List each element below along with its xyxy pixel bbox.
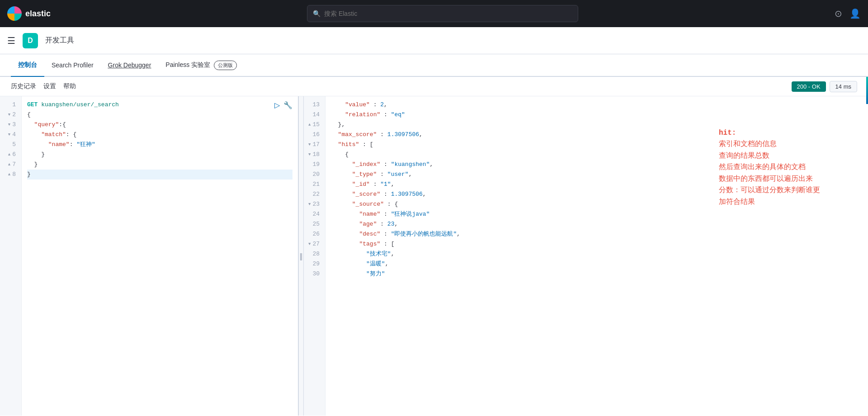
fold-arrow-r27[interactable]: ▼ (308, 239, 311, 249)
code-path: kuangshen/user/_search (41, 100, 119, 110)
fold-arrow-2[interactable]: ▼ (8, 110, 10, 120)
rcode-17: "hits" : [ (331, 140, 863, 150)
panel-divider[interactable]: ‖ (298, 96, 304, 416)
line-number: 29 (312, 259, 320, 269)
toolbar: 历史记录 设置 帮助 200 - OK 14 ms (0, 77, 868, 96)
rln-26: 26 (304, 229, 325, 239)
line-num-7: ▲7 (0, 160, 21, 170)
line-number: 20 (312, 170, 320, 180)
line-num-6: ▲6 (0, 150, 21, 160)
tab-grok-debugger-label: Grok Debugger (108, 61, 151, 69)
rln-28: 28 (304, 249, 325, 259)
elastic-logo[interactable]: elastic (7, 6, 51, 21)
code-line-3: "query":{ (27, 120, 292, 130)
rln-20: 20 (304, 170, 325, 180)
line-number: 27 (312, 239, 320, 249)
rcode-30: "努力" (331, 269, 863, 279)
line-number: 13 (312, 100, 320, 110)
rln-13: 13 (304, 100, 325, 110)
line-num-2: ▼2 (0, 110, 21, 120)
rln-17: ▼17 (304, 140, 325, 150)
rcode-24: "name" : "狂神说java" (331, 209, 863, 219)
elastic-logo-text: elastic (25, 9, 51, 19)
rln-23: ▼23 (304, 199, 325, 209)
fold-arrow-4[interactable]: ▼ (8, 130, 10, 140)
rcode-28: "技术宅", (331, 249, 863, 259)
tab-painless[interactable]: Painless 实验室 公测版 (158, 54, 244, 77)
code-editor[interactable]: 1 ▼2 ▼3 ▼4 5 ▲6 ▲7 ▲8 GET kuangshen/user… (0, 96, 298, 416)
tab-bar: 控制台 Search Profiler Grok Debugger Painle… (0, 54, 868, 77)
rcode-29: "温暖", (331, 259, 863, 269)
code-content[interactable]: GET kuangshen/user/_search { "query":{ "… (22, 96, 298, 416)
rcode-19: "_index" : "kuangshen", (331, 160, 863, 170)
line-number: 19 (312, 160, 320, 170)
history-button[interactable]: 历史记录 (11, 80, 36, 92)
settings-button[interactable]: 设置 (43, 80, 56, 92)
rln-14: 14 (304, 110, 325, 120)
line-number: 26 (312, 229, 320, 239)
line-number: 5 (12, 140, 16, 150)
line-number: 15 (312, 120, 320, 130)
code-line-5: "name": "狂神" (27, 140, 292, 150)
code-line-1: GET kuangshen/user/_search (27, 100, 292, 110)
tab-search-profiler-label: Search Profiler (52, 61, 94, 69)
rcode-13: "value" : 2, (331, 100, 863, 110)
rln-21: 21 (304, 180, 325, 189)
rcode-25: "age" : 23, (331, 219, 863, 229)
tab-grok-debugger[interactable]: Grok Debugger (101, 54, 159, 77)
line-number: 18 (312, 150, 320, 160)
fold-arrow-8[interactable]: ▲ (8, 170, 10, 180)
time-badge: 14 ms (830, 81, 857, 92)
code-line-2: { (27, 110, 292, 120)
secondary-navigation: ☰ D 开发工具 (0, 27, 868, 54)
fold-arrow-r23[interactable]: ▼ (308, 199, 311, 209)
line-number: 14 (312, 110, 320, 120)
tab-search-profiler[interactable]: Search Profiler (44, 54, 101, 77)
code-method: GET (27, 100, 41, 110)
line-number: 6 (12, 150, 16, 160)
line-number: 25 (312, 219, 320, 229)
line-number: 1 (12, 100, 16, 110)
line-numbers: 1 ▼2 ▼3 ▼4 5 ▲6 ▲7 ▲8 (0, 96, 22, 416)
line-num-8: ▲8 (0, 170, 21, 180)
rln-30: 30 (304, 269, 325, 279)
user-icon[interactable]: 👤 (849, 8, 861, 19)
rln-19: 19 (304, 160, 325, 170)
line-number: 22 (312, 189, 320, 199)
line-number: 2 (12, 110, 16, 120)
line-number: 28 (312, 249, 320, 259)
rln-27: ▼27 (304, 239, 325, 249)
rcode-18: { (331, 150, 863, 160)
rcode-21: "_id" : "1", (331, 180, 863, 189)
fold-arrow-r15[interactable]: ▲ (308, 120, 311, 130)
fold-arrow-3[interactable]: ▼ (8, 120, 10, 130)
code-line-8: } (27, 170, 292, 180)
toolbar-right: 200 - OK 14 ms (792, 81, 857, 92)
nav-right: ⊙ 👤 (835, 8, 861, 19)
line-num-1: 1 (0, 100, 21, 110)
response-code-content: "value" : 2, "relation" : "eq" }, "max_s… (326, 96, 868, 416)
code-line-7: } (27, 160, 292, 170)
hamburger-menu[interactable]: ☰ (7, 35, 15, 46)
nav-left: elastic (7, 6, 51, 21)
tab-console[interactable]: 控制台 (11, 54, 44, 77)
line-number: 16 (312, 130, 320, 140)
fold-arrow-r18[interactable]: ▼ (308, 150, 311, 160)
search-input[interactable] (324, 10, 572, 17)
rln-24: 24 (304, 209, 325, 219)
help-button[interactable]: 帮助 (63, 80, 76, 92)
fold-arrow-7[interactable]: ▲ (8, 160, 10, 170)
rln-25: 25 (304, 219, 325, 229)
headset-icon[interactable]: ⊙ (835, 8, 842, 19)
status-badge: 200 - OK (792, 81, 826, 92)
rcode-16: "max_score" : 1.3097506, (331, 130, 863, 140)
response-editor[interactable]: 13 14 ▲15 16 ▼17 ▼18 19 20 21 22 ▼23 24 … (304, 96, 868, 416)
app-title: 开发工具 (45, 36, 74, 45)
fold-arrow-r17[interactable]: ▼ (308, 140, 311, 150)
rln-18: ▼18 (304, 150, 325, 160)
fold-arrow-6[interactable]: ▲ (8, 150, 10, 160)
rcode-26: "desc" : "即使再小的帆也能远航", (331, 229, 863, 239)
line-num-5: 5 (0, 140, 21, 150)
editor-panel: ▷ 🔧 1 ▼2 ▼3 ▼4 5 ▲6 ▲7 ▲8 GET kuangshen/… (0, 96, 298, 416)
global-search-bar[interactable]: 🔍 (307, 5, 578, 22)
